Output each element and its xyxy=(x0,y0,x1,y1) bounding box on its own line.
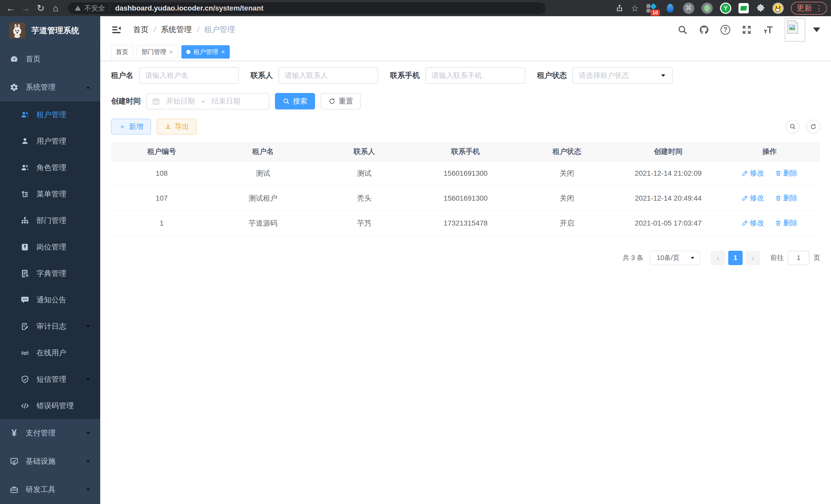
delete-label: 删除 xyxy=(783,193,798,203)
extension-recorder-icon[interactable] xyxy=(701,3,713,14)
delete-link[interactable]: 删除 xyxy=(775,218,798,228)
sidebar-item-home[interactable]: 首页 xyxy=(0,45,100,73)
avatar-caret-down-icon[interactable] xyxy=(813,28,820,32)
browser-menu-dots-icon[interactable]: ⋮ xyxy=(815,4,823,12)
header-search-icon[interactable] xyxy=(677,25,688,35)
sidebar-item-label: 部门管理 xyxy=(36,215,66,226)
extensions-puzzle-icon[interactable] xyxy=(756,4,765,13)
reset-button[interactable]: 重置 xyxy=(321,93,361,110)
extension-tag-assistant-icon[interactable]: 10 xyxy=(646,3,657,14)
sidebar-item-online-user[interactable]: 在线用户 xyxy=(0,339,100,366)
contact-input[interactable] xyxy=(279,67,378,84)
browser-update-button[interactable]: 更新 ⋮ xyxy=(791,2,827,14)
sidebar-item-error-code[interactable]: 错误码管理 xyxy=(0,392,100,419)
sidebar-fold-icon[interactable] xyxy=(111,24,122,35)
toolbar-row: ＋ 新增 导出 xyxy=(111,119,820,135)
extension-command-icon[interactable]: ⌘ xyxy=(683,3,694,14)
sidebar-item-tenant[interactable]: 租户管理 xyxy=(0,101,100,128)
sidebar-item-post[interactable]: 岗位管理 xyxy=(0,234,100,260)
fullscreen-icon[interactable] xyxy=(742,25,752,35)
date-range-picker[interactable]: - xyxy=(146,93,269,110)
edit-label: 修改 xyxy=(750,168,764,178)
cell-tenant-id: 108 xyxy=(111,161,212,186)
sidebar-item-audit-log[interactable]: 审计日志 xyxy=(0,313,100,339)
sidebar-item-notice[interactable]: 通知公告 xyxy=(0,287,100,313)
browser-reload-icon[interactable]: ↻ xyxy=(34,2,47,15)
breadcrumb-home[interactable]: 首页 xyxy=(133,24,148,35)
refresh-table-button[interactable] xyxy=(806,120,820,134)
tab-home[interactable]: 首页 xyxy=(111,45,133,59)
extension-balloon-icon[interactable] xyxy=(664,3,676,14)
delete-label: 删除 xyxy=(783,218,798,228)
date-end-input[interactable] xyxy=(205,97,247,105)
chevron-down-icon xyxy=(85,323,91,330)
address-bar[interactable]: 不安全 dashboard.yudao.iocoder.cn /system/t… xyxy=(68,2,546,14)
add-button[interactable]: ＋ 新增 xyxy=(111,119,151,135)
share-icon[interactable] xyxy=(615,4,624,12)
trash-icon xyxy=(775,219,782,226)
app-logo-row[interactable]: 芋道管理系统 xyxy=(0,16,100,45)
sidebar-item-dept[interactable]: 部门管理 xyxy=(0,207,100,234)
sidebar-item-label: 首页 xyxy=(26,54,40,64)
date-start-input[interactable] xyxy=(160,97,201,105)
page-number-1[interactable]: 1 xyxy=(728,251,743,265)
sidebar-item-user[interactable]: 用户管理 xyxy=(0,128,100,154)
goto-page-input[interactable] xyxy=(788,251,809,265)
reset-button-label: 重置 xyxy=(339,96,353,106)
extension-y-icon[interactable]: Y xyxy=(720,3,731,14)
edit-link[interactable]: 修改 xyxy=(742,193,764,203)
cell-created: 2021-12-14 20:49:44 xyxy=(618,186,719,211)
cell-actions: 修改 删除 xyxy=(719,186,820,211)
col-created: 创建时间 xyxy=(618,142,719,161)
next-page-button[interactable]: › xyxy=(746,251,760,265)
extension-chat-icon[interactable] xyxy=(739,3,749,13)
page-unit-label: 页 xyxy=(813,253,820,262)
delete-link[interactable]: 删除 xyxy=(775,193,798,203)
sidebar-item-dev-tools[interactable]: 研发工具 xyxy=(0,475,100,504)
search-button[interactable]: 搜索 xyxy=(275,93,315,110)
sidebar-item-role[interactable]: 角色管理 xyxy=(0,154,100,181)
sidebar-item-infra[interactable]: 基础设施 xyxy=(0,447,100,475)
avatar[interactable] xyxy=(785,18,805,41)
phone-input[interactable] xyxy=(426,67,525,84)
edit-link[interactable]: 修改 xyxy=(742,218,764,228)
help-icon[interactable]: ? xyxy=(720,25,730,35)
tab-dept[interactable]: 部门管理 × xyxy=(137,45,178,59)
calendar-icon xyxy=(152,97,160,105)
prev-page-button[interactable]: ‹ xyxy=(711,251,725,265)
phone-label: 联系手机 xyxy=(390,70,420,81)
toggle-search-button[interactable] xyxy=(786,120,800,134)
extension-emoji-icon[interactable] xyxy=(772,3,784,14)
sidebar-item-system[interactable]: 系统管理 xyxy=(0,73,100,101)
edit-link[interactable]: 修改 xyxy=(742,168,764,178)
sidebar-item-dict[interactable]: 字典管理 xyxy=(0,260,100,287)
export-button[interactable]: 导出 xyxy=(157,119,197,135)
tab-tenant[interactable]: 租户管理 × xyxy=(181,45,230,59)
url-path[interactable]: /system/tenant xyxy=(213,4,263,12)
tab-close-icon[interactable]: × xyxy=(221,48,225,56)
sidebar-item-label: 研发工具 xyxy=(26,484,56,495)
font-size-icon[interactable] xyxy=(763,25,773,35)
breadcrumb-system[interactable]: 系统管理 xyxy=(161,24,192,35)
sidebar-item-pay[interactable]: ¥ 支付管理 xyxy=(0,419,100,447)
cell-contact: 测试 xyxy=(314,161,415,186)
sidebar-item-menu[interactable]: 菜单管理 xyxy=(0,181,100,207)
status-select[interactable]: 请选择租户状态 xyxy=(573,67,673,84)
github-icon[interactable] xyxy=(699,25,709,35)
navbar-actions: ? xyxy=(677,18,820,41)
browser-forward-icon[interactable]: → xyxy=(19,2,32,15)
bookmark-star-icon[interactable]: ☆ xyxy=(631,3,639,13)
browser-home-icon[interactable]: ⌂ xyxy=(49,2,62,15)
url-domain[interactable]: dashboard.yudao.iocoder.cn xyxy=(115,4,213,12)
tab-close-icon[interactable]: × xyxy=(169,48,173,56)
page-size-select[interactable]: 10条/页 xyxy=(650,251,700,265)
delete-link[interactable]: 删除 xyxy=(775,168,798,178)
sidebar-item-sms[interactable]: 短信管理 xyxy=(0,366,100,392)
browser-back-icon[interactable]: ← xyxy=(4,2,18,15)
cell-contact: 芋艿 xyxy=(314,211,415,236)
tenant-name-input[interactable] xyxy=(139,67,239,84)
refresh-icon xyxy=(810,123,816,130)
status-label: 租户状态 xyxy=(537,70,567,81)
security-label[interactable]: 不安全 xyxy=(84,4,105,13)
browser-actions: ☆ 10 ⌘ Y 更新 ⋮ xyxy=(615,2,827,14)
